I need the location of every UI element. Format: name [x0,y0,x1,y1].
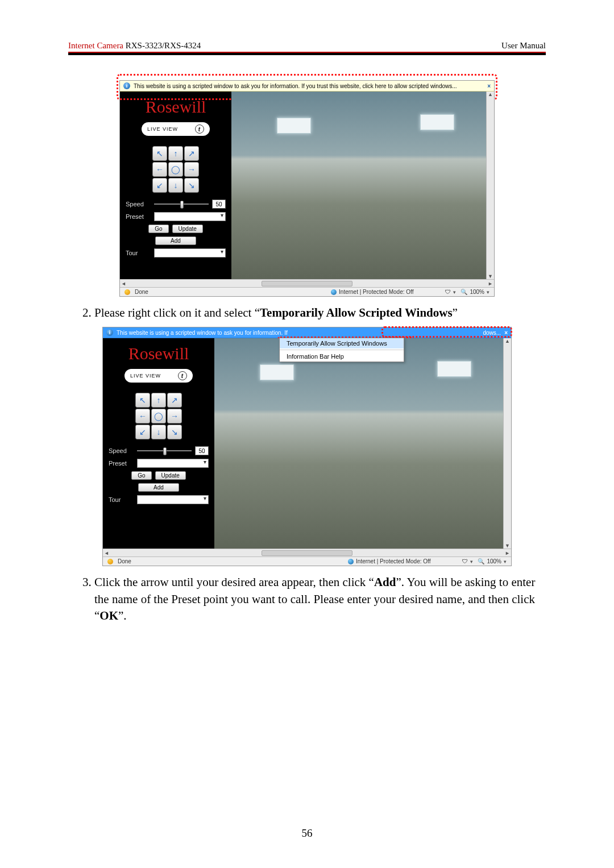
add-button[interactable]: Add [155,236,196,245]
tour-label: Tour [126,250,151,256]
zoom-control[interactable]: 🔍 100% ▾ [478,558,507,564]
ptz-right[interactable]: → [167,409,182,423]
ptz-down-right[interactable]: ↘ [184,178,199,193]
brand-logo: Rosewill [109,345,209,362]
preset-label: Preset [109,460,134,467]
step-3-c: ”. [118,609,127,622]
security-zone: Internet | Protected Mode: Off [339,289,413,295]
ptz-home[interactable]: ◯ [151,409,166,423]
globe-icon [331,289,337,295]
speed-value: 50 [212,200,226,209]
info-icon: i [123,82,130,89]
ptz-down-left[interactable]: ↙ [135,425,150,439]
ie-status-bar: Done Internet | Protected Mode: Off 🛡 ▾ … [120,287,494,296]
camera-sidebar: Rosewill LIVE VIEW t ↖ ↑ ↗ ← ◯ → ↙ ↓ ↘ [120,92,231,279]
step-3-ok: OK [99,609,118,622]
refresh-icon[interactable]: t [195,124,204,134]
info-icon: i [106,329,113,336]
speed-row: Speed 50 [109,446,209,455]
vertical-scrollbar[interactable] [486,92,494,279]
brand-logo: Rosewill [126,98,226,115]
screenshot-1: i This website is using a scripted windo… [119,80,495,297]
video-pane [214,338,511,549]
add-button[interactable]: Add [138,483,179,492]
live-view-pill[interactable]: LIVE VIEW t [142,122,210,136]
ptz-right[interactable]: → [184,162,199,177]
ptz-left[interactable]: ← [135,409,150,423]
speed-slider[interactable] [137,450,192,451]
ptz-down-left[interactable]: ↙ [152,178,167,193]
ptz-home[interactable]: ◯ [168,162,183,177]
go-button[interactable]: Go [148,225,168,233]
page-number: 56 [0,827,614,840]
menu-item-allow-scripted[interactable]: Temporarily Allow Scripted Windows [280,338,404,348]
ptz-up-right[interactable]: ↗ [184,146,199,161]
tour-row: Tour [109,495,209,504]
ptz-down[interactable]: ↓ [168,178,183,193]
ptz-grid: ↖ ↑ ↗ ← ◯ → ↙ ↓ ↘ [152,146,199,193]
vertical-scrollbar[interactable] [503,338,511,549]
live-view-pill[interactable]: LIVE VIEW t [125,369,193,383]
page-header: Internet Camera RXS-3323/RXS-4324 User M… [68,41,546,52]
menu-item-info-bar-help[interactable]: Information Bar Help [280,351,404,362]
step-2: Please right click on it and select “Tem… [94,305,546,321]
video-pane [231,92,494,279]
ptz-up[interactable]: ↑ [151,393,166,408]
ie-info-bar[interactable]: i This website is using a scripted windo… [103,327,511,338]
tour-dropdown[interactable] [137,495,209,504]
speed-label: Speed [109,447,134,454]
ptz-left[interactable]: ← [152,162,167,177]
infobar-trailing: dows... [483,330,501,336]
status-done: Done [118,558,131,564]
preset-dropdown[interactable] [154,212,226,221]
step-2-bold: Temporarily Allow Scripted Windows [260,306,453,319]
go-button[interactable]: Go [131,471,151,480]
ptz-up[interactable]: ↑ [168,146,183,161]
update-button[interactable]: Update [155,471,186,480]
ptz-up-left[interactable]: ↖ [152,146,167,161]
horizontal-scrollbar[interactable]: ◄► [103,549,511,556]
speed-label: Speed [126,201,151,207]
refresh-icon[interactable]: t [178,371,187,380]
speed-row: Speed 50 [126,200,226,209]
ceiling-light [277,118,311,134]
update-button[interactable]: Update [172,225,203,233]
step-2-text-post: ” [453,306,458,319]
tour-label: Tour [109,496,134,503]
product-prefix: Internet Camera [68,41,126,50]
ptz-down[interactable]: ↓ [151,425,166,439]
zoom-value: 100% [487,558,501,564]
step-3-a: Click the arrow until your desired area … [94,575,374,589]
preset-row: Preset [109,459,209,468]
ptz-up-right[interactable]: ↗ [167,393,182,408]
close-icon[interactable]: × [504,330,508,336]
ptz-down-right[interactable]: ↘ [167,425,182,439]
screenshot-2: i This website is using a scripted windo… [102,327,512,566]
ie-info-bar[interactable]: i This website is using a scripted windo… [120,81,494,92]
infobar-text: This website is using a scripted window … [117,330,288,336]
instruction-list: Please right click on it and select “Tem… [94,305,546,321]
camera-sidebar: Rosewill LIVE VIEW t ↖ ↑ ↗ ← ◯ → ↙ ↓ ↘ [103,338,214,549]
tour-row: Tour [126,248,226,258]
zoom-value: 100% [470,289,484,295]
zoom-control[interactable]: 🔍 100% ▾ [460,289,489,295]
status-done: Done [135,289,148,295]
preset-label: Preset [126,213,151,220]
close-icon[interactable]: × [487,83,491,89]
ptz-grid: ↖ ↑ ↗ ← ◯ → ↙ ↓ ↘ [135,393,182,439]
header-right: User Manual [501,41,546,51]
protected-mode-dd[interactable]: 🛡 ▾ [445,289,456,295]
ceiling-light [420,114,454,130]
product-models: RXS-3323/RXS-4324 [126,41,201,50]
security-zone: Internet | Protected Mode: Off [356,558,430,564]
menu-separator [280,350,404,350]
ptz-up-left[interactable]: ↖ [135,393,150,408]
ceiling-light [260,364,294,380]
horizontal-scrollbar[interactable]: ◄► [120,279,494,287]
speed-slider[interactable] [154,203,209,205]
protected-mode-dd[interactable]: 🛡 ▾ [462,558,473,564]
done-icon [125,289,130,295]
tour-dropdown[interactable] [154,248,226,258]
preset-dropdown[interactable] [137,459,209,468]
step-3: Click the arrow until your desired area … [94,574,546,624]
